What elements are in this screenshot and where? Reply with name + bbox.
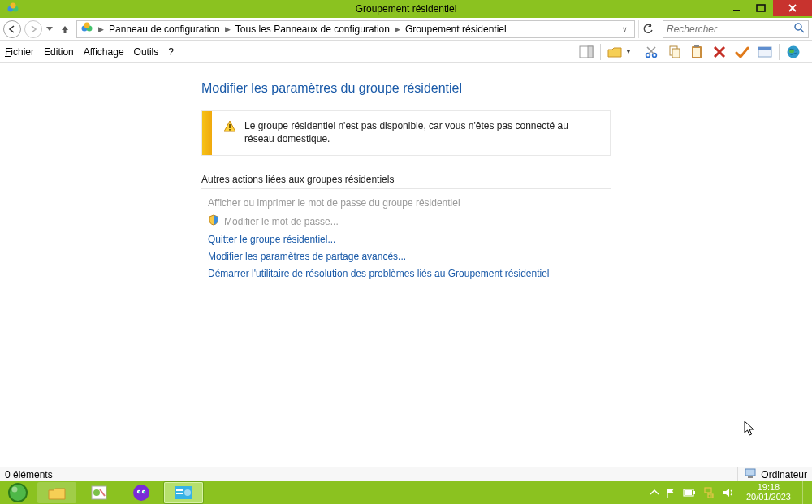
section-title: Autres actions liées aux groupes résiden…	[201, 174, 611, 189]
svg-rect-19	[672, 49, 680, 58]
chevron-right-icon[interactable]: ▶	[97, 25, 106, 33]
clock[interactable]: 19:18 20/01/2023	[741, 483, 796, 502]
start-button[interactable]	[0, 481, 36, 504]
svg-line-11	[801, 29, 804, 32]
svg-rect-45	[176, 493, 183, 494]
svg-rect-31	[745, 469, 755, 476]
forward-button[interactable]	[24, 20, 42, 38]
search-input[interactable]	[667, 24, 793, 35]
cut-icon[interactable]	[642, 43, 660, 61]
taskbar-item-control-panel[interactable]	[164, 482, 203, 503]
banner-stripe	[202, 111, 212, 155]
globe-icon[interactable]	[784, 43, 802, 61]
svg-rect-32	[748, 476, 753, 478]
svg-point-35	[12, 487, 18, 493]
breadcrumb-item[interactable]: Panneau de configuration	[107, 24, 222, 35]
status-computer: Ordinateur	[761, 469, 807, 480]
svg-rect-21	[693, 48, 700, 57]
delete-icon[interactable]	[710, 43, 728, 61]
window-title: Groupement résidentiel	[0, 3, 812, 15]
volume-icon[interactable]	[722, 487, 735, 498]
content-area: Modifier les paramètres du groupe réside…	[0, 63, 812, 467]
svg-rect-29	[229, 124, 231, 128]
refresh-button[interactable]	[638, 20, 656, 38]
chevron-right-icon[interactable]: ▶	[223, 25, 232, 33]
svg-rect-30	[229, 129, 231, 131]
paste-icon[interactable]	[688, 43, 706, 61]
action-view-password: Afficher ou imprimer le mot de passe du …	[208, 197, 611, 209]
breadcrumb-dropdown[interactable]: ∨	[619, 25, 631, 33]
properties-icon[interactable]	[756, 43, 774, 61]
menu-help[interactable]: ?	[168, 46, 174, 58]
tray-overflow-icon[interactable]	[650, 489, 659, 497]
svg-point-42	[139, 491, 140, 493]
menu-bar: FFichierichier Edition Affichage Outils …	[0, 41, 812, 63]
breadcrumb[interactable]: ▶ Panneau de configuration ▶ Tous les Pa…	[76, 20, 635, 38]
svg-rect-50	[705, 488, 711, 493]
svg-point-46	[184, 489, 191, 496]
menu-view[interactable]: Affichage	[84, 46, 124, 58]
svg-rect-48	[693, 491, 695, 494]
search-box[interactable]	[663, 20, 809, 38]
back-button[interactable]	[3, 20, 21, 38]
taskbar: 19:18 20/01/2023	[0, 481, 812, 504]
history-dropdown[interactable]	[45, 27, 54, 32]
svg-point-37	[93, 489, 100, 496]
svg-rect-44	[176, 489, 183, 491]
breadcrumb-item[interactable]: Groupement résidentiel	[404, 24, 508, 35]
status-bar: 0 éléments Ordinateur	[0, 467, 812, 481]
window-titlebar: Groupement résidentiel	[0, 0, 812, 18]
chevron-right-icon[interactable]: ▶	[393, 25, 402, 33]
flag-icon[interactable]	[665, 487, 676, 498]
preview-pane-icon[interactable]	[577, 43, 595, 61]
svg-point-9	[84, 23, 90, 28]
address-bar: ▶ Panneau de configuration ▶ Tous les Pa…	[0, 18, 812, 41]
system-tray: 19:18 20/01/2023	[650, 481, 812, 504]
action-advanced-sharing[interactable]: Modifier les paramètres de partage avanc…	[208, 251, 611, 262]
svg-rect-49	[685, 490, 692, 495]
search-icon[interactable]	[793, 22, 805, 36]
battery-icon[interactable]	[683, 488, 696, 498]
svg-point-10	[795, 24, 801, 30]
actions-list: Afficher ou imprimer le mot de passe du …	[201, 197, 611, 279]
svg-point-34	[10, 485, 26, 501]
folder-options-icon[interactable]	[606, 43, 624, 61]
show-desktop-button[interactable]	[802, 481, 809, 504]
svg-rect-26	[758, 47, 771, 50]
warning-icon	[223, 120, 236, 145]
menu-file[interactable]: FFichierichier	[5, 46, 34, 58]
taskbar-item-app2[interactable]	[122, 482, 161, 503]
banner-text: Le groupe résidentiel n'est pas disponib…	[244, 119, 598, 145]
up-button[interactable]	[57, 24, 73, 35]
shield-icon	[208, 214, 219, 228]
action-leave-homegroup[interactable]: Quitter le groupe résidentiel...	[208, 234, 611, 245]
taskbar-item-app1[interactable]	[80, 482, 119, 503]
svg-rect-22	[694, 45, 699, 47]
action-troubleshoot[interactable]: Démarrer l'utilitaire de résolution des …	[208, 268, 611, 279]
svg-point-2	[11, 3, 16, 9]
taskbar-item-explorer[interactable]	[37, 482, 76, 503]
homegroup-icon	[6, 2, 19, 17]
check-icon[interactable]	[733, 43, 751, 61]
menu-tools[interactable]: Outils	[134, 46, 159, 58]
network-icon[interactable]	[702, 487, 715, 498]
maximize-button[interactable]	[749, 0, 773, 16]
window-caption-buttons	[724, 0, 812, 18]
svg-rect-4	[757, 5, 765, 11]
dropdown-icon[interactable]: ▼	[625, 48, 632, 55]
svg-point-38	[133, 485, 149, 501]
svg-rect-13	[588, 46, 593, 58]
close-button[interactable]	[773, 0, 812, 16]
homegroup-icon	[80, 22, 93, 36]
toolbar: ▼	[577, 43, 807, 61]
copy-icon[interactable]	[665, 43, 683, 61]
svg-point-28	[789, 49, 794, 52]
minimize-button[interactable]	[724, 0, 749, 16]
breadcrumb-item[interactable]: Tous les Panneaux de configuration	[234, 24, 391, 35]
clock-date: 20/01/2023	[746, 493, 791, 502]
page-title: Modifier les paramètres du groupe réside…	[201, 81, 611, 96]
computer-icon	[745, 468, 758, 480]
menu-edit[interactable]: Edition	[44, 46, 74, 58]
svg-point-41	[144, 491, 145, 493]
action-change-password: Modifier le mot de passe...	[224, 216, 339, 227]
